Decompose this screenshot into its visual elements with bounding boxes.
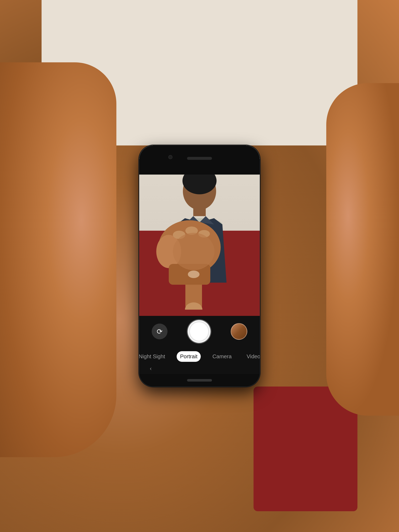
last-photo-thumbnail[interactable] xyxy=(231,323,247,340)
shutter-inner-ring xyxy=(190,322,208,341)
mode-tab-portrait[interactable]: Portrait xyxy=(177,351,201,362)
shutter-button[interactable] xyxy=(188,320,210,343)
phone-device: ▾ ⟳ xyxy=(139,146,260,386)
phone-top-bar xyxy=(139,146,260,175)
back-button[interactable]: ‹ xyxy=(150,364,152,372)
svg-point-12 xyxy=(173,233,215,270)
fist-foreground xyxy=(152,210,231,310)
phone-wrapper: ▾ ⟳ xyxy=(139,146,260,386)
thumbnail-image xyxy=(231,324,247,339)
speaker-grille xyxy=(187,157,212,160)
flip-camera-icon: ⟳ xyxy=(157,327,163,336)
phone-screen: ▾ ⟳ xyxy=(139,146,260,386)
shutter-controls-row: ⟳ xyxy=(139,316,260,349)
camera-mode-tabs: Night Sight Portrait Camera Video xyxy=(139,349,260,364)
flip-camera-button[interactable]: ⟳ xyxy=(152,323,167,339)
left-hand xyxy=(0,62,116,457)
mode-tab-video[interactable]: Video xyxy=(243,351,260,362)
front-camera xyxy=(168,155,172,159)
home-indicator[interactable] xyxy=(187,379,212,381)
mode-tab-night-sight[interactable]: Night Sight xyxy=(139,351,168,362)
right-hand xyxy=(326,83,399,416)
mode-tab-camera[interactable]: Camera xyxy=(209,351,235,362)
phone-bottom-bar xyxy=(139,374,260,386)
svg-point-13 xyxy=(188,271,200,278)
